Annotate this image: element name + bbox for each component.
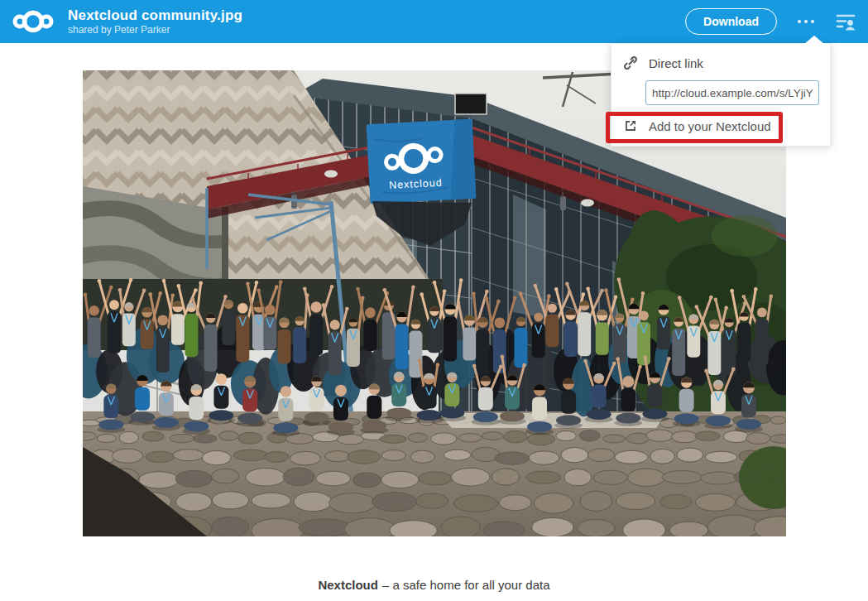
- nextcloud-logo-icon: [12, 7, 55, 36]
- shared-by-subtitle: shared by Peter Parker: [68, 24, 685, 36]
- footer-tagline-text: – a safe home for all your data: [382, 578, 550, 592]
- menu-item-direct-link[interactable]: Direct link: [611, 50, 830, 75]
- link-icon: [624, 56, 637, 70]
- menu-item-add-to-nextcloud[interactable]: Add to your Nextcloud: [611, 113, 830, 138]
- ellipsis-icon: [798, 20, 801, 23]
- external-link-icon: [624, 119, 637, 132]
- direct-link-label: Direct link: [649, 56, 703, 70]
- footer-tagline: Nextcloud– a safe home for all your data: [0, 578, 868, 592]
- add-to-nextcloud-label: Add to your Nextcloud: [649, 119, 771, 133]
- page-title: Nextcloud community.jpg: [68, 7, 685, 23]
- details-toggle-button[interactable]: [832, 8, 860, 35]
- direct-link-url-input[interactable]: [645, 80, 819, 105]
- more-options-button[interactable]: [790, 7, 822, 36]
- file-titles: Nextcloud community.jpg shared by Peter …: [68, 7, 685, 36]
- download-button[interactable]: Download: [685, 8, 777, 35]
- sidebar-user-icon: [836, 12, 856, 31]
- share-actions-menu: Direct link Add to your Nextcloud: [611, 43, 831, 147]
- nextcloud-banner: Nextcloud: [367, 119, 477, 204]
- app-header: Nextcloud community.jpg shared by Peter …: [0, 0, 868, 43]
- dark-window: [455, 94, 487, 114]
- public-share-page: Nextcloud community.jpg shared by Peter …: [0, 0, 868, 601]
- footer-brand: Nextcloud: [318, 578, 378, 592]
